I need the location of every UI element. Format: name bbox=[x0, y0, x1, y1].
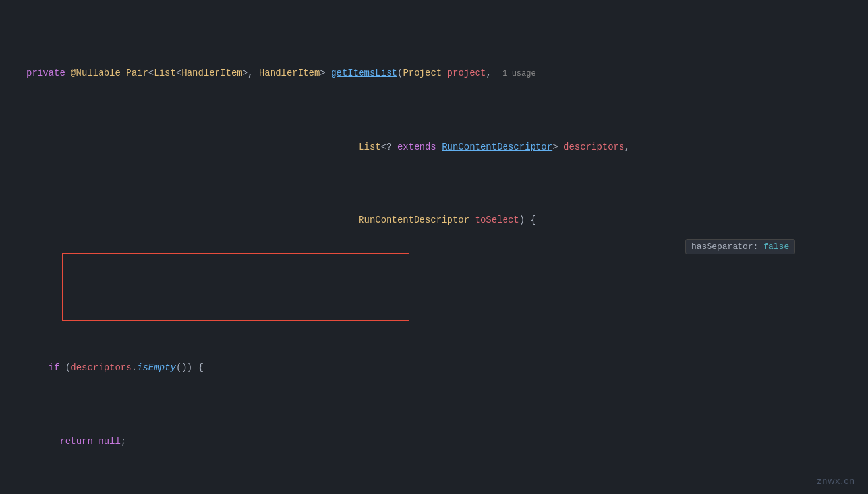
watermark: znwx.cn bbox=[817, 476, 855, 486]
code-line-blank1 bbox=[0, 287, 868, 301]
code-line-5: return null; bbox=[0, 434, 868, 449]
tooltip-value: false bbox=[763, 242, 789, 252]
code-line-4: if (descriptors.isEmpty()) { bbox=[0, 360, 868, 375]
tooltip-key: hasSeparator: bbox=[691, 242, 763, 252]
parameter-hint-tooltip: hasSeparator: false bbox=[685, 239, 795, 254]
code-line-2: List<? extends RunContentDescriptor> des… bbox=[0, 140, 868, 154]
code-line-3: RunContentDescriptor toSelect) { bbox=[0, 213, 868, 227]
code-line-1: private @Nullable Pair<List<HandlerItem>… bbox=[0, 66, 868, 80]
